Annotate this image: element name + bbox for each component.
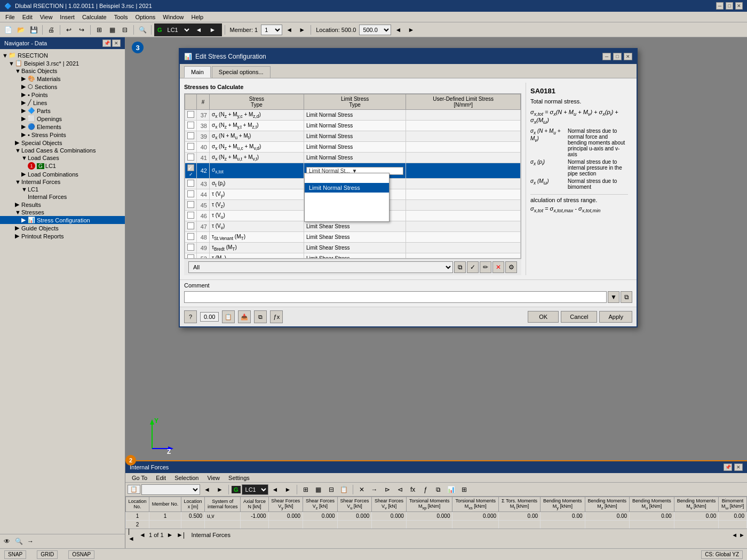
tree-project[interactable]: ▼ 📋 Beispiel 3.rsc* | 2021: [0, 59, 125, 67]
view-btn-2[interactable]: ▦: [106, 24, 118, 36]
cancel-button[interactable]: Cancel: [561, 311, 597, 323]
help-btn[interactable]: ?: [184, 310, 197, 323]
toggle-so[interactable]: ▶: [15, 139, 21, 146]
if-lc-select[interactable]: LC1: [242, 484, 268, 495]
table-row[interactable]: 38 σx (Nz + My,t + Mz,t) Limit Normal St…: [185, 121, 521, 131]
filter-edit-btn[interactable]: ✏: [480, 261, 491, 273]
tree-lc1[interactable]: 1 G LC1: [0, 162, 125, 170]
comment-copy-btn[interactable]: ⧉: [621, 291, 632, 303]
dialog-close[interactable]: ✕: [624, 53, 632, 60]
if-menu-goto[interactable]: Go To: [128, 474, 152, 482]
close-button[interactable]: ✕: [735, 2, 743, 10]
if-btn-2[interactable]: ▦: [313, 484, 324, 495]
filter-copy-btn[interactable]: ⧉: [454, 261, 466, 273]
view-btn-3[interactable]: ⊟: [119, 24, 131, 36]
toggle-parts[interactable]: ▶: [21, 107, 28, 114]
tree-elements[interactable]: ▶ 🔵 Elements: [0, 123, 125, 131]
limit-dropdown-menu[interactable]: None Limit Normal Stress Limit Shear Str…: [304, 173, 390, 222]
tree-root[interactable]: ▼ 📁 RSECTION: [0, 51, 125, 59]
if-lc-next[interactable]: ►: [282, 484, 294, 495]
toggle-sec[interactable]: ▶: [21, 83, 28, 90]
toggle-printout[interactable]: ▶: [15, 233, 21, 239]
chk-46[interactable]: [187, 212, 194, 219]
chk-52[interactable]: [187, 254, 194, 259]
tree-basic-objects[interactable]: ▼ Basic Objects: [0, 67, 125, 75]
if-next[interactable]: ►: [214, 484, 226, 495]
if-next-page[interactable]: ►: [166, 531, 174, 539]
menu-help[interactable]: Help: [188, 13, 206, 21]
if-prev[interactable]: ◄: [201, 484, 213, 495]
comment-expand-btn[interactable]: ▼: [608, 291, 619, 303]
filter-select[interactable]: All: [188, 261, 453, 273]
chk-40[interactable]: [187, 143, 194, 150]
window-controls[interactable]: ─ □ ✕: [716, 2, 743, 10]
undo-button[interactable]: ↩: [63, 24, 75, 36]
menu-tools[interactable]: Tools: [111, 13, 131, 21]
if-menu-selection[interactable]: Selection: [170, 474, 203, 482]
table-row[interactable]: 52 τ (MT) Limit Shear Stress: [185, 253, 521, 259]
restore-button[interactable]: □: [726, 2, 733, 10]
if-lc-prev[interactable]: ◄: [269, 484, 281, 495]
toggle-lcomb[interactable]: ▶: [21, 171, 28, 178]
toggle-guide[interactable]: ▶: [15, 225, 21, 231]
if-btn-3[interactable]: ⊟: [325, 484, 337, 495]
nav-view-btn[interactable]: 👁: [1, 535, 13, 547]
comment-field[interactable]: [184, 291, 607, 303]
member-next[interactable]: ►: [296, 24, 308, 36]
menu-calculate[interactable]: Calculate: [79, 13, 110, 21]
chk-44[interactable]: [187, 190, 194, 197]
menu-insert[interactable]: Insert: [57, 13, 78, 21]
menu-view[interactable]: View: [37, 13, 56, 21]
ok-button[interactable]: OK: [528, 311, 559, 323]
zoom-btn[interactable]: 🔍: [137, 24, 148, 36]
filter-delete-btn[interactable]: ✕: [492, 261, 504, 273]
tree-load-cases[interactable]: ▼ Load Cases: [0, 154, 125, 162]
dd-none[interactable]: None: [305, 173, 389, 183]
nav-close[interactable]: ✕: [112, 39, 121, 47]
chk-41[interactable]: [187, 154, 194, 161]
toggle-sc[interactable]: ▶: [21, 217, 28, 223]
tree-stress-points[interactable]: ▶ • Stress Points: [0, 131, 125, 139]
tree-toggle-project[interactable]: ▼: [9, 60, 15, 67]
table-row[interactable]: 41 σx (Nz + Mu,t + Mv,t) Limit Normal St…: [185, 153, 521, 163]
toggle-lines[interactable]: ▶: [21, 99, 28, 106]
tree-guide-objects[interactable]: ▶ Guide Objects: [0, 224, 125, 232]
if-menu-view[interactable]: View: [203, 474, 224, 482]
menu-window[interactable]: Window: [160, 13, 187, 21]
tree-if-lc1-if[interactable]: Internal Forces: [0, 193, 125, 201]
toggle-if-lc1[interactable]: ▼: [21, 186, 28, 193]
copy-btn[interactable]: 📋: [222, 310, 235, 323]
chk-48[interactable]: [187, 233, 194, 240]
table-row[interactable]: 40 σx (Nz + Mu,c + Mv,d) Limit Normal St…: [185, 142, 521, 153]
menu-edit[interactable]: Edit: [19, 13, 36, 21]
if-menu-settings[interactable]: Settings: [224, 474, 254, 482]
if-btn-11[interactable]: ⧉: [433, 484, 444, 495]
toggle-openings[interactable]: ▶: [21, 115, 28, 122]
if-btn-12[interactable]: 📊: [446, 484, 457, 495]
tree-materials[interactable]: ▶ 🎨 Materials: [0, 75, 125, 83]
nav-arrow-btn[interactable]: →: [25, 535, 36, 547]
limit-42[interactable]: Limit Normal St... ▼ None Limit Normal S…: [304, 163, 406, 179]
dialog-minimize[interactable]: ─: [602, 53, 611, 60]
toggle-lcc[interactable]: ▼: [15, 147, 21, 154]
table-row[interactable]: 39 σx (N + Mu + Mt) Limit Normal Stress: [185, 131, 521, 142]
table-row[interactable]: 37 σx (Nz + My,c + Mz,d) Limit Normal St…: [185, 110, 521, 121]
chk-39[interactable]: [187, 132, 194, 139]
duplicate-btn[interactable]: ⧉: [254, 310, 267, 323]
chk-37[interactable]: [187, 111, 194, 118]
filter-config-btn[interactable]: ⚙: [505, 261, 517, 273]
if-row-1[interactable]: 1 1 0.500 u,v -1.000 0.000 0.000 0.000 0…: [126, 511, 747, 520]
tree-toggle-basic[interactable]: ▼: [15, 68, 21, 74]
member-prev[interactable]: ◄: [283, 24, 295, 36]
toggle-lc[interactable]: ▼: [21, 155, 28, 161]
tree-toggle-root[interactable]: ▼: [2, 52, 9, 59]
tab-main[interactable]: Main: [184, 66, 211, 78]
tree-if-lc1[interactable]: ▼ LC1: [0, 186, 125, 193]
location-selector[interactable]: 500.0: [359, 25, 391, 35]
tree-openings[interactable]: ▶ ⬜ Openings: [0, 115, 125, 123]
tree-results[interactable]: ▶ Results: [0, 201, 125, 209]
chk-47[interactable]: [187, 222, 194, 229]
minimize-button[interactable]: ─: [716, 2, 724, 10]
if-btn-9[interactable]: fx: [407, 484, 419, 495]
if-type-select[interactable]: Internal Forces: [141, 484, 200, 495]
